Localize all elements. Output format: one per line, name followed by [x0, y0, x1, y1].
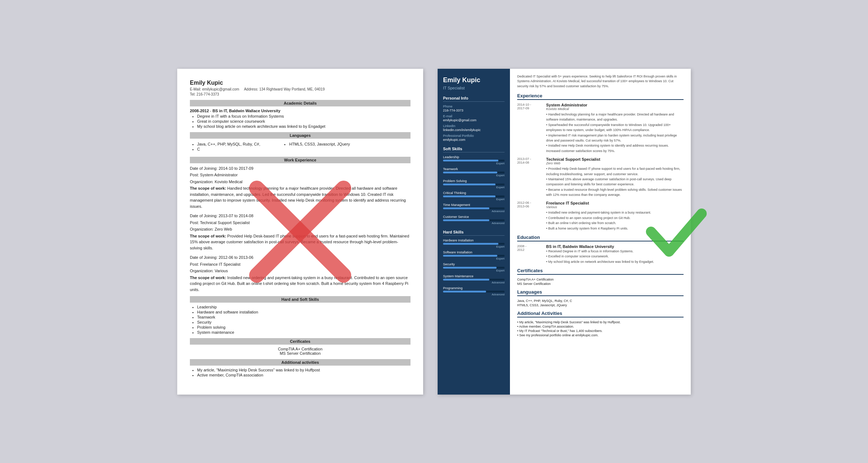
- experience-list: 2014-10 - 2017-09 System Administrator K…: [517, 103, 684, 231]
- soft-skill-item: Problem Solving Expert: [443, 179, 505, 189]
- exp-bullet: • Implemented IT risk management plan to…: [546, 133, 684, 143]
- soft-skill-name-0: Leadership: [443, 155, 505, 159]
- additional-item-3: • See my professional portfolio online a…: [517, 333, 684, 337]
- additional-section-title: Additional activities: [190, 359, 410, 366]
- additional-2: Active member, CompTIA association: [197, 373, 410, 377]
- soft-skill-item: Leadership Expert: [443, 155, 505, 165]
- work1-date: Date of Joining: 2014-10 to 2017-09: [190, 165, 410, 172]
- soft-skill-level-5: Advanced: [443, 222, 505, 225]
- soft-skill-level-0: Expert: [443, 162, 505, 165]
- hard-skill-name-3: System Maintenance: [443, 274, 505, 278]
- address-value: 134 Rightward Way Portland, ME, 04019: [259, 87, 325, 91]
- exp-dates-2: 2012-06 - 2013-06: [517, 201, 544, 208]
- linkedin-label: LinkedIn: [443, 124, 505, 128]
- hard-skill-item: Hardware Installation Expert: [443, 239, 505, 248]
- work3-scope-label: The scope of work:: [190, 275, 226, 280]
- hard-skill-item: System Maintenance Advanced: [443, 274, 505, 284]
- cert-1: CompTIA A+ Certification: [190, 347, 410, 351]
- soft-skill-bar-0: [443, 160, 505, 161]
- work-entry-3: Date of Joining: 2012-06 to 2013-06 Post…: [190, 254, 410, 292]
- education-entry: 2008 - 2012 BS in IT, Baldwin Wallace Un…: [517, 244, 684, 264]
- hard-skills-list: Hardware Installation Expert Software In…: [443, 239, 505, 296]
- additional-list: • My article, "Maximizing Help Desk Succ…: [517, 320, 684, 337]
- tel-value: 216-774-3373: [196, 92, 219, 96]
- soft-skill-level-4: Advanced: [443, 210, 505, 213]
- exp-bullet: • Contributed to an open source coding p…: [546, 215, 684, 220]
- lang-item-1: HTML5, CSS3, Javascript, JQuery: [517, 303, 684, 307]
- skill-2: Hardware and software installation: [197, 310, 410, 314]
- work2-date: Date of Joining: 2013-07 to 2014-08: [190, 213, 410, 219]
- exp-content-2: Freelance IT Specialist Various • Instal…: [546, 201, 684, 231]
- exp-company-1: Zero Web: [546, 161, 684, 165]
- cert-section-title: Cerificates: [190, 338, 410, 345]
- exp-content-1: Technical Support Specialist Zero Web • …: [546, 157, 684, 197]
- edu-bullets: • Received Degree in IT with a focus in …: [546, 249, 684, 264]
- edu-bullets: Degree in IT with a focus on Information…: [190, 114, 410, 129]
- edu-bullet-0: • Received Degree in IT with a focus in …: [546, 249, 684, 254]
- skill-5: Problem solving: [197, 325, 410, 329]
- soft-skills-header: Soft Skills: [443, 147, 505, 152]
- work2-scope-label: The scope of work:: [190, 234, 226, 238]
- exp-entry-0: 2014-10 - 2017-09 System Administrator K…: [517, 103, 684, 153]
- edu-bullet-1: Degree in IT with a focus on Information…: [197, 114, 410, 118]
- experience-title: Experience: [517, 93, 684, 100]
- additional-list: My article, "Maximizing Help Desk Succes…: [190, 368, 410, 377]
- address-label: Address:: [244, 87, 258, 91]
- soft-skill-name-2: Problem Solving: [443, 179, 505, 183]
- work-entry-2: Date of Joining: 2013-07 to 2014-08 Post…: [190, 213, 410, 251]
- exp-title-0: System Administrator: [546, 103, 684, 107]
- lang-col2: HTML5, CSS3, Javascript, JQuery: [282, 142, 350, 152]
- work1-post: Post: System Administrator: [190, 172, 410, 178]
- hard-skill-item: Programming Advanced: [443, 286, 505, 296]
- lang-item-0: Java, C++, PHP, MySQL, Ruby, C#, C: [517, 299, 684, 303]
- portfolio-label: Professional Portfolio: [443, 134, 505, 138]
- hard-skill-name-1: Software Installation: [443, 251, 505, 254]
- hard-skill-bar-0: [443, 243, 505, 245]
- hard-skill-name-0: Hardware Installation: [443, 239, 505, 242]
- exp-entry-2: 2012-06 - 2013-06 Freelance IT Specialis…: [517, 201, 684, 231]
- soft-skill-level-3: Expert: [443, 198, 505, 201]
- lang-col1: Java, C++, PHP, MySQL, Ruby, C#, C: [190, 142, 260, 152]
- sidebar: Emily Kupic IT Specialist Personal Info …: [438, 69, 510, 395]
- exp-entry-1: 2013-07 - 2014-08 Technical Support Spec…: [517, 157, 684, 197]
- cert-list: CompTIA A+ Certification MS Server Certi…: [190, 347, 410, 355]
- left-tel: Tel: 216-774-3373: [190, 92, 410, 96]
- linkedin-value: linkedin.com/in/emilykupic: [443, 128, 505, 132]
- exp-title-2: Freelance IT Specialist: [546, 201, 684, 205]
- phone-value: 216-774-3373: [443, 109, 505, 112]
- lang-col2-line1: HTML5, CSS3, Javascript, JQuery: [289, 142, 350, 146]
- hard-skill-bar-4: [443, 291, 505, 292]
- edu-bullet-2: Great in computer science coursework: [197, 119, 410, 123]
- skill-4: Security: [197, 320, 410, 324]
- edu-degree: BS in IT, Baldwin Wallace University: [212, 109, 280, 113]
- skill-6: System maintenance: [197, 330, 410, 334]
- soft-skill-bar-1: [443, 172, 505, 173]
- education-entry: 2008-2012 - BS in IT, Baldwin Wallace Un…: [190, 109, 410, 129]
- exp-title-1: Technical Support Specialist: [546, 157, 684, 161]
- exp-bullet: • Built an online t-shirt ordering site …: [546, 220, 684, 226]
- summary-text: Dedicated IT Specialist with 5+ years ex…: [517, 74, 684, 89]
- left-header: Emily Kupic E-Mail: emilykupic@gmail.com…: [190, 80, 410, 96]
- exp-bullet: • Built a home security system from 4 Ra…: [546, 226, 684, 231]
- edu-content: BS in IT, Baldwin Wallace University • R…: [546, 244, 684, 264]
- work-section-title: Work Experience: [190, 157, 410, 163]
- soft-skill-bar-5: [443, 219, 505, 221]
- right-name: Emily Kupic: [443, 76, 505, 84]
- education-title: Education: [517, 235, 684, 241]
- skill-1: Leadership: [197, 305, 410, 309]
- soft-skill-bar-2: [443, 184, 505, 185]
- soft-skill-name-4: Time Management: [443, 203, 505, 207]
- hard-skill-bar-2: [443, 267, 505, 269]
- soft-skill-item: Customer Service Advanced: [443, 215, 505, 225]
- exp-bullets-1: • Provided Help Desk-based IT phone supp…: [546, 166, 684, 197]
- exp-content-0: System Administrator Kovisto Medical • H…: [546, 103, 684, 153]
- skills-section-title: Hard and Soft Skills: [190, 296, 410, 303]
- soft-skill-name-1: Teamwork: [443, 167, 505, 171]
- work2-post: Post: Technical Support Specialist: [190, 220, 410, 226]
- languages-title: Languages: [517, 289, 684, 296]
- work1-scope: The scope of work: Handled technology pl…: [190, 185, 410, 209]
- cert-item-0: CompTIA A+ Certification: [517, 278, 684, 281]
- email-value: emilykupic@gmail.com: [443, 118, 505, 122]
- work1-org: Organization: Kovisto Medical: [190, 179, 410, 185]
- lang-col1-line2: C: [197, 147, 260, 151]
